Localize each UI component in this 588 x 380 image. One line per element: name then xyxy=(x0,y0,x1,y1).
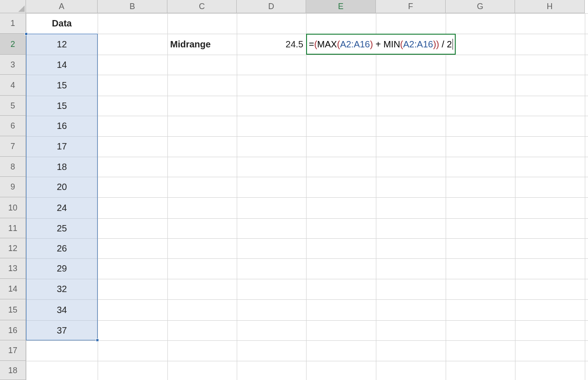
row-header-4[interactable]: 4 xyxy=(0,75,26,96)
cell-A13[interactable]: 29 xyxy=(26,258,98,279)
column-header-D[interactable]: D xyxy=(237,0,306,13)
cell-A14[interactable]: 32 xyxy=(26,279,98,299)
row-header-10[interactable]: 10 xyxy=(0,197,26,218)
row-header-16[interactable]: 16 xyxy=(0,320,26,340)
cell-A8[interactable]: 18 xyxy=(26,157,98,177)
formula-text: =(MAX(A2:A16) + MIN(A2:A16)) / 2 xyxy=(309,39,452,50)
column-header-B[interactable]: B xyxy=(98,0,167,13)
row-header-9[interactable]: 9 xyxy=(0,177,26,197)
row-header-3[interactable]: 3 xyxy=(0,55,26,75)
row-header-14[interactable]: 14 xyxy=(0,279,26,299)
cell-A16[interactable]: 37 xyxy=(26,320,98,340)
column-header-F[interactable]: F xyxy=(376,0,446,13)
row-header-15[interactable]: 15 xyxy=(0,299,26,320)
column-header-A[interactable]: A xyxy=(26,0,98,13)
cell-A10[interactable]: 24 xyxy=(26,197,98,218)
row-header-18[interactable]: 18 xyxy=(0,361,26,380)
cell-A12[interactable]: 26 xyxy=(26,238,98,258)
cell-A2[interactable]: 12 xyxy=(26,34,98,55)
cell-A5[interactable]: 15 xyxy=(26,96,98,116)
cell-editor[interactable]: =(MAX(A2:A16) + MIN(A2:A16)) / 2 xyxy=(306,34,456,55)
text-caret xyxy=(453,39,453,50)
row-header-7[interactable]: 7 xyxy=(0,136,26,157)
cell-A6[interactable]: 16 xyxy=(26,116,98,136)
row-header-2[interactable]: 2 xyxy=(0,34,26,55)
cell-A7[interactable]: 17 xyxy=(26,136,98,157)
column-header-C[interactable]: C xyxy=(167,0,237,13)
row-header-1[interactable]: 1 xyxy=(0,13,26,34)
cell-C2[interactable]: Midrange xyxy=(167,34,237,55)
cell-A9[interactable]: 20 xyxy=(26,177,98,197)
svg-marker-28 xyxy=(18,5,25,12)
column-header-G[interactable]: G xyxy=(446,0,515,13)
row-header-5[interactable]: 5 xyxy=(0,96,26,116)
row-header-11[interactable]: 11 xyxy=(0,218,26,238)
cell-A3[interactable]: 14 xyxy=(26,55,98,75)
select-all-corner[interactable] xyxy=(0,0,26,13)
select-all-triangle-icon xyxy=(18,5,25,12)
row-header-12[interactable]: 12 xyxy=(0,238,26,258)
cell-A11[interactable]: 25 xyxy=(26,218,98,238)
row-header-6[interactable]: 6 xyxy=(0,116,26,136)
cell-A4[interactable]: 15 xyxy=(26,75,98,96)
row-header-17[interactable]: 17 xyxy=(0,340,26,361)
column-header-E[interactable]: E xyxy=(306,0,376,13)
row-header-13[interactable]: 13 xyxy=(0,258,26,279)
cell-A1[interactable]: Data xyxy=(26,13,98,34)
row-header-8[interactable]: 8 xyxy=(0,157,26,177)
column-header-H[interactable]: H xyxy=(515,0,585,13)
cell-A15[interactable]: 34 xyxy=(26,299,98,320)
spreadsheet[interactable]: ABCDEFGH 123456789101112131415161718 Dat… xyxy=(0,0,588,380)
cell-D2[interactable]: 24.5 xyxy=(237,34,306,55)
